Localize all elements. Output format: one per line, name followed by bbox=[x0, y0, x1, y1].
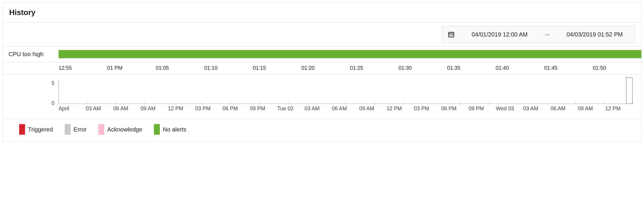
legend-item-acknowledge: Acknowledge bbox=[98, 124, 142, 135]
alert-timeline-row: CPU too high bbox=[3, 46, 641, 62]
overview-y-tick: 0 bbox=[52, 100, 54, 106]
overview-x-tick: 12 PM bbox=[605, 106, 633, 112]
timeline-tick: 01:40 bbox=[496, 65, 544, 71]
timeline-axis: 12:5501 PM01:0501:1001:1501:2001:2501:30… bbox=[59, 62, 641, 74]
overview-x-tick: 03 AM bbox=[86, 106, 113, 112]
legend-label: Acknowledge bbox=[107, 126, 142, 133]
legend-swatch-acknowledge bbox=[98, 124, 104, 135]
arrow-right-icon: → bbox=[540, 31, 555, 38]
timeline-tick: 01:15 bbox=[253, 65, 301, 71]
timeline-tick: 01:50 bbox=[593, 65, 641, 71]
overview-chart: 5 0 April03 AM06 AM09 AM12 PM03 PM06 PM0… bbox=[3, 74, 641, 119]
timeline-axis-row: 12:5501 PM01:0501:1001:1501:2001:2501:30… bbox=[3, 62, 641, 74]
overview-range-handle[interactable] bbox=[626, 77, 633, 104]
overview-y-axis: 5 0 bbox=[43, 77, 54, 107]
panel-title: History bbox=[9, 8, 635, 17]
timeline-tick: 01:30 bbox=[399, 65, 447, 71]
overview-x-tick: 06 AM bbox=[550, 106, 578, 112]
legend-label: Error bbox=[74, 126, 87, 133]
overview-x-tick: 03 AM bbox=[305, 106, 332, 112]
date-range-picker[interactable]: 04/01/2019 12:00 AM → 04/03/2019 01:52 P… bbox=[442, 26, 635, 43]
date-range-start[interactable]: 04/01/2019 12:00 AM bbox=[460, 31, 540, 38]
legend: Triggered Error Acknowledge No alerts bbox=[3, 119, 641, 141]
history-panel: History 04/01/2019 12:00 AM → bbox=[2, 2, 642, 141]
overview-x-tick: 09 PM bbox=[469, 106, 496, 112]
timeline-tick: 01:25 bbox=[350, 65, 399, 71]
overview-x-tick: April bbox=[59, 106, 86, 112]
overview-y-tick: 5 bbox=[52, 80, 54, 86]
calendar-icon bbox=[442, 31, 460, 38]
overview-x-tick: 12 PM bbox=[168, 106, 195, 112]
overview-x-axis: April03 AM06 AM09 AM12 PM03 PM06 PM09 PM… bbox=[59, 106, 633, 112]
overview-x-tick: 09 PM bbox=[250, 106, 277, 112]
timeline-tick: 01:20 bbox=[301, 65, 350, 71]
legend-item-triggered: Triggered bbox=[19, 124, 53, 135]
legend-item-no-alerts: No alerts bbox=[154, 124, 186, 135]
overview-x-tick: 03 PM bbox=[195, 106, 223, 112]
overview-x-tick: 06 PM bbox=[223, 106, 250, 112]
timeline-tick: 01:10 bbox=[204, 65, 253, 71]
overview-x-tick: 09 AM bbox=[141, 106, 168, 112]
legend-label: No alerts bbox=[163, 126, 186, 133]
overview-minor-ticks bbox=[59, 103, 633, 104]
timeline-tick: 01:45 bbox=[544, 65, 593, 71]
overview-x-tick: Tue 02 bbox=[277, 106, 305, 112]
overview-x-tick: 06 PM bbox=[441, 106, 469, 112]
legend-swatch-triggered bbox=[19, 124, 25, 135]
overview-plot-area bbox=[59, 80, 633, 104]
overview-x-tick: 03 AM bbox=[523, 106, 551, 112]
overview-x-tick: 12 PM bbox=[386, 106, 414, 112]
overview-plot[interactable]: April03 AM06 AM09 AM12 PM03 PM06 PM09 PM… bbox=[59, 77, 641, 119]
timeline-tick: 01:05 bbox=[156, 65, 204, 71]
alert-timeline-track[interactable] bbox=[59, 50, 641, 58]
timeline-tick: 01:35 bbox=[447, 65, 496, 71]
overview-x-tick: 09 AM bbox=[578, 106, 605, 112]
date-range-end[interactable]: 04/03/2019 01:52 PM bbox=[555, 31, 635, 38]
legend-label: Triggered bbox=[28, 126, 53, 133]
overview-x-tick: 06 AM bbox=[113, 106, 141, 112]
legend-item-error: Error bbox=[65, 124, 87, 135]
panel-header: History bbox=[3, 3, 641, 23]
overview-x-tick: 03 PM bbox=[414, 106, 441, 112]
overview-x-tick: Wed 03 bbox=[496, 106, 523, 112]
alert-timeline-segment-no-alerts bbox=[59, 50, 641, 58]
overview-x-tick: 06 AM bbox=[332, 106, 359, 112]
legend-swatch-error bbox=[65, 124, 71, 135]
date-range-row: 04/01/2019 12:00 AM → 04/03/2019 01:52 P… bbox=[3, 23, 641, 46]
overview-x-tick: 09 AM bbox=[359, 106, 386, 112]
alert-name-label: CPU too high bbox=[9, 51, 59, 58]
timeline-tick: 12:55 bbox=[59, 65, 107, 71]
timeline-tick: 01 PM bbox=[107, 65, 156, 71]
legend-swatch-no-alerts bbox=[154, 124, 160, 135]
